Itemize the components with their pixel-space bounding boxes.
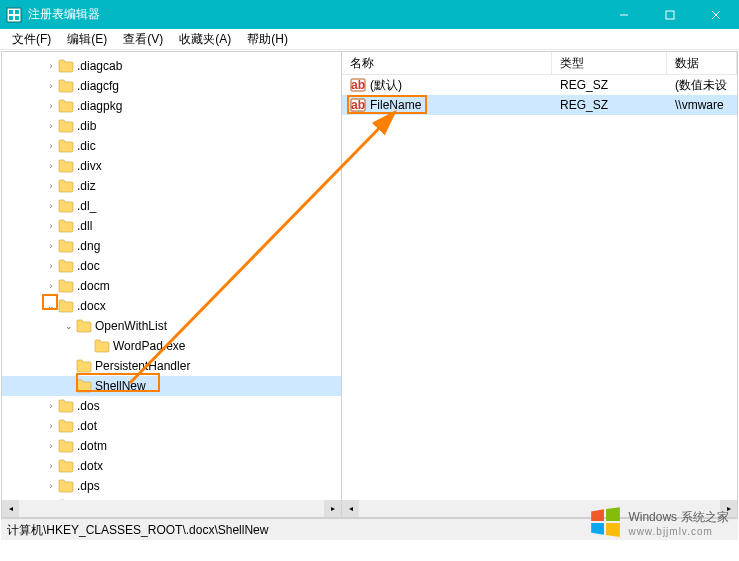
tree-item[interactable]: ›.dib xyxy=(2,116,341,136)
menu-favorites[interactable]: 收藏夹(A) xyxy=(171,29,239,50)
tree-item[interactable]: ›.dot xyxy=(2,416,341,436)
expander-empty xyxy=(62,379,76,393)
tree-item[interactable]: ›.docm xyxy=(2,276,341,296)
tree-item-label: .dll xyxy=(77,219,98,233)
tree-item[interactable]: ›.diagcab xyxy=(2,56,341,76)
maximize-button[interactable] xyxy=(647,0,693,29)
expander-empty xyxy=(80,339,94,353)
tree-hscrollbar[interactable]: ◂ ▸ xyxy=(2,500,341,517)
cell-type: REG_SZ xyxy=(552,98,667,112)
list-row[interactable]: abFileNameREG_SZ\\vmware xyxy=(342,95,737,115)
tree-item[interactable]: ⌄.docx xyxy=(2,296,341,316)
list-panel[interactable]: 名称 类型 数据 ab(默认)REG_SZ(数值未设abFileNameREG_… xyxy=(342,52,737,517)
chevron-right-icon[interactable]: › xyxy=(44,439,58,453)
tree-item-label: .dotm xyxy=(77,439,113,453)
svg-rect-1 xyxy=(9,10,13,14)
svg-text:ab: ab xyxy=(351,78,365,92)
tree-panel[interactable]: ›.diagcab›.diagcfg›.diagpkg›.dib›.dic›.d… xyxy=(2,52,342,517)
chevron-down-icon[interactable]: ⌄ xyxy=(62,319,76,333)
col-header-data[interactable]: 数据 xyxy=(667,52,737,74)
scroll-right-icon[interactable]: ▸ xyxy=(324,500,341,517)
list-hscrollbar[interactable]: ◂ ▸ xyxy=(342,500,737,517)
tree-item[interactable]: WordPad.exe xyxy=(2,336,341,356)
tree-item[interactable]: ›.dps xyxy=(2,476,341,496)
svg-rect-6 xyxy=(666,11,674,19)
col-header-type[interactable]: 类型 xyxy=(552,52,667,74)
chevron-right-icon[interactable]: › xyxy=(44,199,58,213)
tree-item-label: .diagcfg xyxy=(77,79,125,93)
chevron-right-icon[interactable]: › xyxy=(44,139,58,153)
tree-item-label: .dotx xyxy=(77,459,109,473)
tree-item-label: OpenWithList xyxy=(95,319,173,333)
cell-name: abFileName xyxy=(342,97,552,113)
tree-item[interactable]: ›.dl_ xyxy=(2,196,341,216)
tree-item[interactable]: ›.dotx xyxy=(2,456,341,476)
tree-item[interactable]: ›.dic xyxy=(2,136,341,156)
scroll-left-icon[interactable]: ◂ xyxy=(2,500,19,517)
chevron-right-icon[interactable]: › xyxy=(44,459,58,473)
menubar: 文件(F) 编辑(E) 查看(V) 收藏夹(A) 帮助(H) xyxy=(0,29,739,50)
tree-item[interactable]: ›.dll xyxy=(2,216,341,236)
app-icon xyxy=(6,7,22,23)
chevron-right-icon[interactable]: › xyxy=(44,79,58,93)
col-header-name[interactable]: 名称 xyxy=(342,52,552,74)
minimize-button[interactable] xyxy=(601,0,647,29)
expander-empty xyxy=(62,359,76,373)
tree-item[interactable]: ›.dng xyxy=(2,236,341,256)
tree-item-label: .docx xyxy=(77,299,112,313)
close-button[interactable] xyxy=(693,0,739,29)
chevron-right-icon[interactable]: › xyxy=(44,399,58,413)
tree-item[interactable]: ›.diz xyxy=(2,176,341,196)
tree-item[interactable]: ShellNew xyxy=(2,376,341,396)
chevron-right-icon[interactable]: › xyxy=(44,479,58,493)
tree-item-label: .divx xyxy=(77,159,108,173)
chevron-right-icon[interactable]: › xyxy=(44,259,58,273)
menu-file[interactable]: 文件(F) xyxy=(4,29,59,50)
tree-item[interactable]: ›.diagcfg xyxy=(2,76,341,96)
chevron-right-icon[interactable]: › xyxy=(44,119,58,133)
chevron-down-icon[interactable]: ⌄ xyxy=(44,299,58,313)
cell-data: (数值未设 xyxy=(667,77,737,94)
chevron-right-icon[interactable]: › xyxy=(44,99,58,113)
tree-item[interactable]: ›.divx xyxy=(2,156,341,176)
registry-tree: ›.diagcab›.diagcfg›.diagpkg›.dib›.dic›.d… xyxy=(2,52,341,517)
list-header: 名称 类型 数据 xyxy=(342,52,737,75)
menu-help[interactable]: 帮助(H) xyxy=(239,29,296,50)
chevron-right-icon[interactable]: › xyxy=(44,279,58,293)
cell-name: ab(默认) xyxy=(342,77,552,94)
tree-item[interactable]: ›.doc xyxy=(2,256,341,276)
svg-rect-3 xyxy=(9,16,13,20)
chevron-right-icon[interactable]: › xyxy=(44,159,58,173)
tree-item[interactable]: ⌄OpenWithList xyxy=(2,316,341,336)
svg-text:ab: ab xyxy=(351,98,365,112)
tree-item[interactable]: ›.dotm xyxy=(2,436,341,456)
tree-item-label: WordPad.exe xyxy=(113,339,192,353)
menu-view[interactable]: 查看(V) xyxy=(115,29,171,50)
tree-item[interactable]: PersistentHandler xyxy=(2,356,341,376)
tree-item-label: .dos xyxy=(77,399,106,413)
list-row[interactable]: ab(默认)REG_SZ(数值未设 xyxy=(342,75,737,95)
scroll-left-icon[interactable]: ◂ xyxy=(342,500,359,517)
tree-item-label: ShellNew xyxy=(95,379,152,393)
cell-data: \\vmware xyxy=(667,98,737,112)
window-title: 注册表编辑器 xyxy=(28,6,601,23)
tree-item-label: .dps xyxy=(77,479,106,493)
svg-rect-4 xyxy=(15,16,19,20)
tree-item-label: .dic xyxy=(77,139,102,153)
chevron-right-icon[interactable]: › xyxy=(44,419,58,433)
tree-item-label: .dl_ xyxy=(77,199,102,213)
chevron-right-icon[interactable]: › xyxy=(44,239,58,253)
chevron-right-icon[interactable]: › xyxy=(44,59,58,73)
main-split: ›.diagcab›.diagcfg›.diagpkg›.dib›.dic›.d… xyxy=(1,51,738,518)
svg-rect-2 xyxy=(15,10,19,14)
tree-item[interactable]: ›.dos xyxy=(2,396,341,416)
tree-item-label: .dib xyxy=(77,119,102,133)
tree-item-label: .dng xyxy=(77,239,106,253)
menu-edit[interactable]: 编辑(E) xyxy=(59,29,115,50)
chevron-right-icon[interactable]: › xyxy=(44,219,58,233)
tree-item-label: .diz xyxy=(77,179,102,193)
tree-item[interactable]: ›.diagpkg xyxy=(2,96,341,116)
chevron-right-icon[interactable]: › xyxy=(44,179,58,193)
scroll-right-icon[interactable]: ▸ xyxy=(720,500,737,517)
tree-item-label: .docm xyxy=(77,279,116,293)
